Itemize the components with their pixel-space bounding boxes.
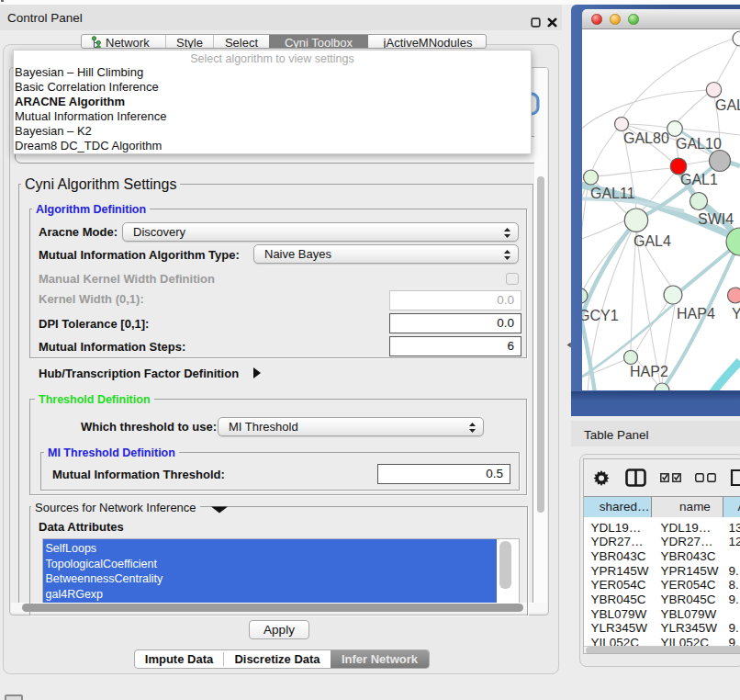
svg-text:GAL: GAL — [715, 97, 740, 113]
svg-text:HAP2: HAP2 — [630, 364, 668, 379]
svg-text:GAL80: GAL80 — [623, 130, 669, 146]
svg-text:GAL10: GAL10 — [676, 136, 722, 152]
svg-text:GCY1: GCY1 — [582, 308, 619, 323]
svg-text:Y: Y — [732, 306, 740, 322]
svg-text:GAL4: GAL4 — [633, 233, 671, 249]
svg-text:SWI4: SWI4 — [698, 211, 734, 227]
svg-text:GAL1: GAL1 — [680, 172, 718, 187]
svg-text:GAL11: GAL11 — [590, 186, 635, 201]
svg-text:HAP4: HAP4 — [677, 306, 715, 322]
